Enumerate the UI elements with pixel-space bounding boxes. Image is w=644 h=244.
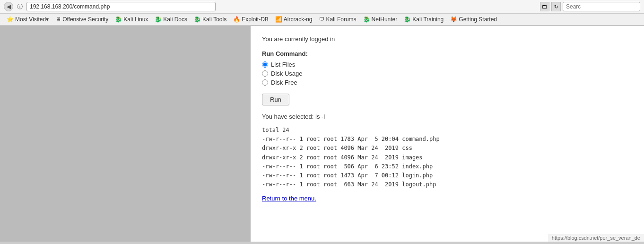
status-bar: https://blog.csdn.net/per_se_veran_de [548,234,644,242]
logged-in-text: You are currently logged in [262,35,633,43]
bookmark-label: Most Visited▾ [15,16,49,23]
address-bar: ◀ ⓘ 🗔 ↻ [0,0,644,14]
bookmark-kali-training[interactable]: 🐉 Kali Training [401,15,446,24]
bookmark-offensive-security[interactable]: 🖥 Offensive Security [52,15,111,24]
run-command-label: Run Command: [262,50,633,57]
return-to-menu-link[interactable]: Return to the menu. [262,195,316,202]
main-area: You are currently logged in Run Command:… [0,26,644,242]
bookmark-label: NetHunter [372,16,398,23]
window-controls: 🗔 ↻ [540,2,640,11]
bookmark-aircrack-ng[interactable]: 📶 Aircrack-ng [272,15,315,24]
browser-chrome: ◀ ⓘ 🗔 ↻ ⭐ Most Visited▾ 🖥 Offensive Secu… [0,0,644,26]
bookmark-label: Exploit-DB [242,16,269,23]
star-icon: ⭐ [7,16,14,23]
radio-disk-free-label: Disk Free [271,79,297,86]
radio-list-files[interactable]: List Files [262,61,633,68]
sidebar [0,26,251,242]
bookmark-kali-linux[interactable]: 🐉 Kali Linux [112,15,151,24]
kali-training-icon: 🐉 [404,16,411,23]
radio-disk-usage-label: Disk Usage [271,70,302,77]
bookmark-label: Getting Started [459,16,497,23]
bookmark-kali-tools[interactable]: 🐉 Kali Tools [191,15,229,24]
minimize-button[interactable]: 🗔 [540,2,549,11]
run-button[interactable]: Run [262,94,289,105]
radio-disk-free[interactable]: Disk Free [262,79,633,86]
bookmark-label: Kali Forums [326,16,357,23]
bookmark-exploit-db[interactable]: 🔥 Exploit-DB [230,15,271,24]
bookmark-label: Kali Training [412,16,444,23]
kali-docs-icon: 🐉 [155,16,162,23]
bookmarks-bar: ⭐ Most Visited▾ 🖥 Offensive Security 🐉 K… [0,14,644,26]
aircrack-icon: 📶 [275,16,282,23]
nethunter-icon: 🐉 [363,16,370,23]
bookmark-kali-docs[interactable]: 🐉 Kali Docs [152,15,190,24]
radio-disk-free-input[interactable] [262,79,268,86]
radio-list-files-label: List Files [271,61,295,68]
bookmark-kali-forums[interactable]: 🗨 Kali Forums [316,15,359,24]
radio-group: List Files Disk Usage Disk Free [262,61,633,86]
getting-started-icon: 🦊 [450,16,457,23]
bookmark-label: Kali Tools [202,16,226,23]
bookmark-nethunter[interactable]: 🐉 NetHunter [360,15,400,24]
radio-list-files-input[interactable] [262,61,268,68]
radio-disk-usage-input[interactable] [262,70,268,77]
info-icon: ⓘ [17,3,23,11]
exploit-db-icon: 🔥 [233,16,240,23]
command-output: total 24 -rw-r--r-- 1 root root 1783 Apr… [262,126,633,189]
back-button[interactable]: ◀ [4,2,13,11]
kali-linux-icon: 🐉 [115,16,122,23]
bookmark-label: Aircrack-ng [284,16,313,23]
offensive-security-icon: 🖥 [55,16,61,23]
radio-disk-usage[interactable]: Disk Usage [262,70,633,77]
kali-forums-icon: 🗨 [319,16,325,23]
search-input[interactable] [563,2,640,11]
bookmark-label: Kali Linux [123,16,148,23]
address-input[interactable] [26,2,216,11]
kali-tools-icon: 🐉 [194,16,201,23]
bookmark-most-visited[interactable]: ⭐ Most Visited▾ [4,15,52,24]
bookmark-getting-started[interactable]: 🦊 Getting Started [447,15,500,24]
bookmark-label: Offensive Security [62,16,108,23]
content-panel: You are currently logged in Run Command:… [251,26,644,242]
bookmark-label: Kali Docs [163,16,187,23]
selected-command-text: You have selected: ls -l [262,113,633,120]
reload-button[interactable]: ↻ [551,2,561,11]
